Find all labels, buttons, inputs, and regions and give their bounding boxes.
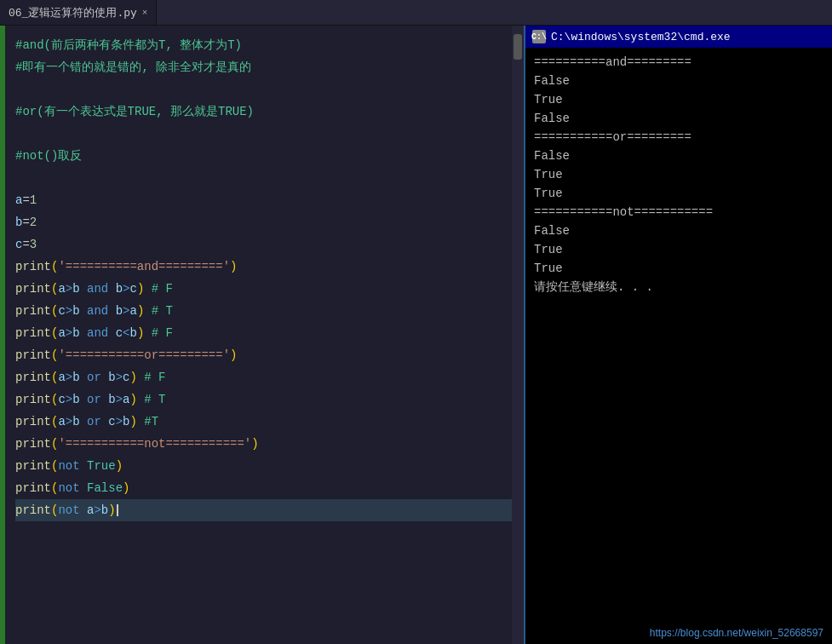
- cmd-line-sep-or: ===========or=========: [534, 128, 823, 147]
- editor-content: #and(前后两种有条件都为T, 整体才为T) #即有一个错的就是错的, 除非全…: [0, 26, 524, 530]
- line-22: print(not a>b): [15, 499, 515, 521]
- line-15: print('===========or========='): [15, 344, 515, 366]
- cmd-false-2: False: [534, 109, 823, 128]
- line-13: print(c>b and b>a) # T: [15, 300, 515, 322]
- line-11: print('==========and========='): [15, 256, 515, 278]
- line-17: print(c>b or b>a) # T: [15, 388, 515, 411]
- cmd-true-1: True: [534, 90, 823, 109]
- cmd-false-1: False: [534, 72, 823, 90]
- line-16: print(a>b or b>c) # F: [15, 366, 515, 388]
- line-8: a=1: [15, 189, 515, 211]
- cmd-false-4: False: [534, 221, 823, 240]
- editor-gutter: [0, 26, 5, 644]
- line-14: print(a>b and c<b) # F: [15, 322, 515, 344]
- cmd-true-5: True: [534, 259, 823, 278]
- line-12: print(a>b and b>c) # F: [15, 278, 515, 300]
- cmd-true-4: True: [534, 240, 823, 259]
- scrollbar[interactable]: [512, 26, 524, 644]
- comment-and2: #即有一个错的就是错的, 除非全对才是真的: [15, 60, 251, 74]
- line-18: print(a>b or c>b) #T: [15, 411, 515, 433]
- cmd-titlebar: C:\ C:\windows\system32\cmd.exe: [525, 26, 832, 48]
- line-1: #and(前后两种有条件都为T, 整体才为T): [15, 34, 515, 56]
- line-blank-2: [15, 123, 515, 145]
- watermark-text: https://blog.csdn.net/weixin_52668597: [650, 627, 823, 639]
- tab-bar: 06_逻辑运算符的使用.py ×: [0, 0, 832, 26]
- tab-close-button[interactable]: ×: [142, 8, 148, 18]
- line-blank-1: [15, 78, 515, 101]
- cmd-line-sep-and: ==========and=========: [534, 53, 823, 72]
- footer-watermark: https://blog.csdn.net/weixin_52668597: [650, 627, 823, 639]
- line-10: c=3: [15, 233, 515, 256]
- cmd-line-sep-not: ===========not===========: [534, 203, 823, 221]
- main-area: #and(前后两种有条件都为T, 整体才为T) #即有一个错的就是错的, 除非全…: [0, 26, 832, 644]
- cmd-true-3: True: [534, 184, 823, 203]
- comment-or: #or(有一个表达式是TRUE, 那么就是TRUE): [15, 105, 254, 118]
- cmd-true-2: True: [534, 165, 823, 184]
- line-6: #not()取反: [15, 145, 515, 167]
- line-4: #or(有一个表达式是TRUE, 那么就是TRUE): [15, 101, 515, 123]
- line-19: print('===========not==========='): [15, 433, 515, 455]
- cmd-icon: C:\: [532, 30, 546, 43]
- line-blank-3: [15, 167, 515, 189]
- line-20: print(not True): [15, 455, 515, 477]
- cmd-false-3: False: [534, 147, 823, 165]
- tab-label: 06_逻辑运算符的使用.py: [9, 5, 137, 20]
- scrollbar-thumb: [514, 34, 522, 60]
- line-2: #即有一个错的就是错的, 除非全对才是真的: [15, 56, 515, 78]
- editor-panel[interactable]: #and(前后两种有条件都为T, 整体才为T) #即有一个错的就是错的, 除非全…: [0, 26, 525, 644]
- comment-not: #not()取反: [15, 149, 82, 163]
- line-21: print(not False): [15, 477, 515, 499]
- cmd-press-any-key: 请按任意键继续. . .: [534, 278, 823, 296]
- cmd-title: C:\windows\system32\cmd.exe: [551, 31, 731, 43]
- comment-and: #and(前后两种有条件都为T, 整体才为T): [15, 38, 242, 52]
- cmd-panel: C:\ C:\windows\system32\cmd.exe ========…: [525, 26, 832, 644]
- line-9: b=2: [15, 211, 515, 233]
- cmd-output: ==========and========= False True False …: [525, 48, 832, 644]
- editor-tab[interactable]: 06_逻辑运算符的使用.py ×: [0, 0, 157, 25]
